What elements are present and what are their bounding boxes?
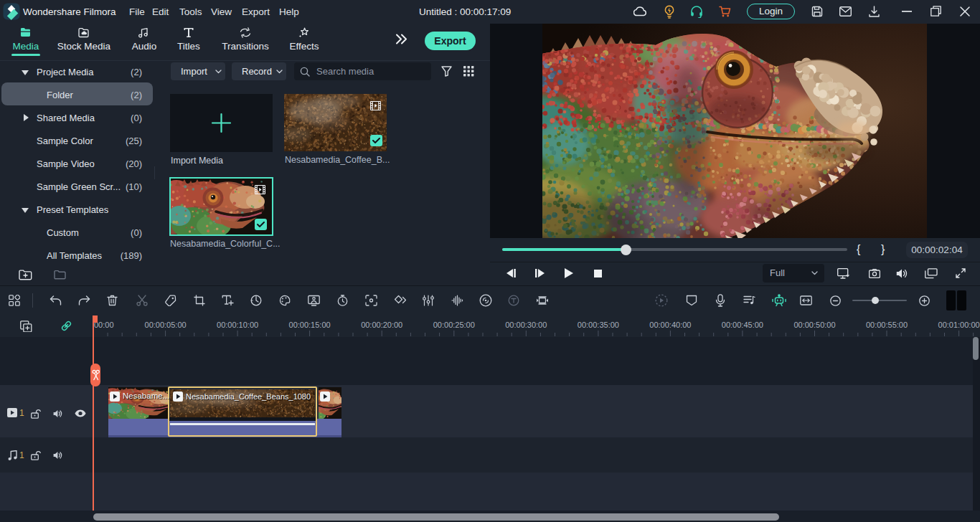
svg-text:00:00:35:00: 00:00:35:00 [578,321,619,329]
svg-text:00:00:40:00: 00:00:40:00 [649,321,691,329]
svg-text:00:01:00:00: 00:01:00:00 [938,321,980,329]
svg-text:00:00:20:00: 00:00:20:00 [361,321,402,329]
svg-text:00:00:50:00: 00:00:50:00 [793,321,835,329]
svg-text:00:00:25:00: 00:00:25:00 [433,321,475,329]
svg-text:00:00:15:00: 00:00:15:00 [289,321,331,329]
svg-text:00:00:45:00: 00:00:45:00 [722,321,763,329]
svg-text:00:00:05:00: 00:00:05:00 [145,321,187,329]
svg-text:00:00:10:00: 00:00:10:00 [217,321,258,329]
svg-text:00:00:30:00: 00:00:30:00 [505,321,547,329]
svg-text:00:00:55:00: 00:00:55:00 [866,321,908,329]
